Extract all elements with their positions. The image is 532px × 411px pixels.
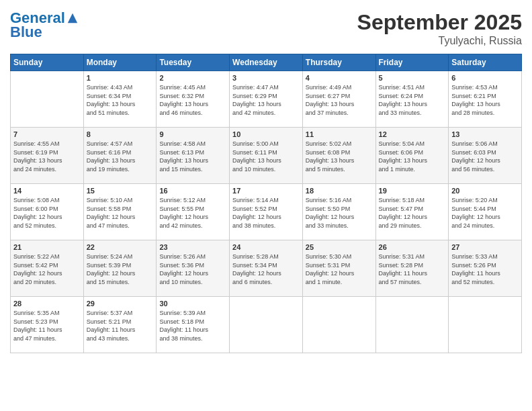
calendar-cell: 11Sunrise: 5:02 AM Sunset: 6:08 PM Dayli… (302, 128, 375, 184)
day-info: Sunrise: 4:45 AM Sunset: 6:32 PM Dayligh… (159, 83, 226, 117)
logo: General Blue (10, 10, 79, 41)
day-number: 10 (232, 130, 300, 138)
day-number: 21 (13, 243, 81, 251)
calendar-cell (449, 297, 522, 353)
calendar-cell: 6Sunrise: 4:53 AM Sunset: 6:21 PM Daylig… (449, 71, 522, 128)
calendar-cell: 7Sunrise: 4:55 AM Sunset: 6:19 PM Daylig… (11, 128, 84, 184)
header: General Blue September 2025 Tyulyachi, R… (10, 10, 522, 47)
calendar-cell: 29Sunrise: 5:37 AM Sunset: 5:21 PM Dayli… (83, 297, 157, 353)
day-number: 4 (306, 74, 373, 82)
calendar-cell: 18Sunrise: 5:16 AM Sunset: 5:50 PM Dayli… (302, 184, 375, 240)
day-info: Sunrise: 5:04 AM Sunset: 6:06 PM Dayligh… (379, 140, 446, 173)
calendar-cell: 5Sunrise: 4:51 AM Sunset: 6:24 PM Daylig… (375, 71, 449, 128)
day-number: 11 (306, 130, 373, 138)
day-info: Sunrise: 5:37 AM Sunset: 5:21 PM Dayligh… (87, 309, 154, 342)
day-info: Sunrise: 5:31 AM Sunset: 5:28 PM Dayligh… (379, 253, 446, 286)
day-number: 23 (159, 243, 226, 251)
calendar-cell: 19Sunrise: 5:18 AM Sunset: 5:47 PM Dayli… (375, 184, 449, 240)
weekday-header-wednesday: Wednesday (230, 54, 303, 71)
day-number: 6 (451, 74, 519, 82)
calendar-table: SundayMondayTuesdayWednesdayThursdayFrid… (10, 54, 522, 353)
calendar-cell: 1Sunrise: 4:43 AM Sunset: 6:34 PM Daylig… (83, 71, 157, 128)
calendar-cell: 8Sunrise: 4:57 AM Sunset: 6:16 PM Daylig… (83, 128, 157, 184)
day-number: 28 (13, 300, 81, 308)
day-info: Sunrise: 5:35 AM Sunset: 5:23 PM Dayligh… (13, 309, 81, 342)
day-info: Sunrise: 5:22 AM Sunset: 5:42 PM Dayligh… (13, 253, 81, 286)
day-number: 26 (379, 243, 446, 251)
day-number: 18 (306, 187, 373, 195)
day-info: Sunrise: 5:30 AM Sunset: 5:31 PM Dayligh… (306, 253, 373, 286)
day-number: 19 (379, 187, 446, 195)
day-number: 14 (13, 187, 81, 195)
day-info: Sunrise: 5:12 AM Sunset: 5:55 PM Dayligh… (159, 196, 226, 230)
day-info: Sunrise: 4:47 AM Sunset: 6:29 PM Dayligh… (232, 83, 300, 117)
day-number: 30 (159, 300, 226, 308)
day-number: 25 (306, 243, 373, 251)
day-info: Sunrise: 5:02 AM Sunset: 6:08 PM Dayligh… (306, 140, 373, 173)
day-info: Sunrise: 5:20 AM Sunset: 5:44 PM Dayligh… (451, 196, 519, 230)
weekday-header-thursday: Thursday (302, 54, 375, 71)
day-number: 22 (87, 243, 154, 251)
title-block: September 2025 Tyulyachi, Russia (357, 10, 522, 47)
day-number: 27 (451, 243, 519, 251)
day-number: 3 (232, 74, 300, 82)
day-info: Sunrise: 5:16 AM Sunset: 5:50 PM Dayligh… (306, 196, 373, 230)
calendar-cell: 28Sunrise: 5:35 AM Sunset: 5:23 PM Dayli… (11, 297, 84, 353)
calendar-cell: 21Sunrise: 5:22 AM Sunset: 5:42 PM Dayli… (11, 240, 84, 297)
calendar-cell: 24Sunrise: 5:28 AM Sunset: 5:34 PM Dayli… (230, 240, 303, 297)
day-number: 29 (87, 300, 154, 308)
day-info: Sunrise: 5:18 AM Sunset: 5:47 PM Dayligh… (379, 196, 446, 230)
day-number: 13 (451, 130, 519, 138)
calendar-cell: 25Sunrise: 5:30 AM Sunset: 5:31 PM Dayli… (302, 240, 375, 297)
logo-icon (66, 12, 79, 24)
day-number: 8 (87, 130, 154, 138)
day-number: 17 (232, 187, 300, 195)
location: Tyulyachi, Russia (357, 35, 522, 47)
calendar-cell (230, 297, 303, 353)
day-number: 12 (379, 130, 446, 138)
month-title: September 2025 (357, 10, 522, 35)
day-info: Sunrise: 4:51 AM Sunset: 6:24 PM Dayligh… (379, 83, 446, 117)
svg-marker-0 (68, 13, 77, 23)
weekday-header-tuesday: Tuesday (157, 54, 230, 71)
day-number: 20 (451, 187, 519, 195)
day-info: Sunrise: 5:28 AM Sunset: 5:34 PM Dayligh… (232, 253, 300, 286)
day-number: 15 (87, 187, 154, 195)
day-info: Sunrise: 5:14 AM Sunset: 5:52 PM Dayligh… (232, 196, 300, 230)
calendar-cell: 20Sunrise: 5:20 AM Sunset: 5:44 PM Dayli… (449, 184, 522, 240)
page: General Blue September 2025 Tyulyachi, R… (0, 0, 532, 411)
day-info: Sunrise: 5:26 AM Sunset: 5:36 PM Dayligh… (159, 253, 226, 286)
weekday-header-sunday: Sunday (11, 54, 84, 71)
day-info: Sunrise: 5:24 AM Sunset: 5:39 PM Dayligh… (87, 253, 154, 286)
calendar-cell: 9Sunrise: 4:58 AM Sunset: 6:13 PM Daylig… (157, 128, 230, 184)
calendar-cell: 4Sunrise: 4:49 AM Sunset: 6:27 PM Daylig… (302, 71, 375, 128)
calendar-cell: 27Sunrise: 5:33 AM Sunset: 5:26 PM Dayli… (449, 240, 522, 297)
calendar-cell: 3Sunrise: 4:47 AM Sunset: 6:29 PM Daylig… (230, 71, 303, 128)
day-info: Sunrise: 4:55 AM Sunset: 6:19 PM Dayligh… (13, 140, 81, 173)
day-info: Sunrise: 5:08 AM Sunset: 6:00 PM Dayligh… (13, 196, 81, 230)
day-number: 5 (379, 74, 446, 82)
calendar-cell: 2Sunrise: 4:45 AM Sunset: 6:32 PM Daylig… (157, 71, 230, 128)
weekday-header-friday: Friday (375, 54, 449, 71)
calendar-cell: 14Sunrise: 5:08 AM Sunset: 6:00 PM Dayli… (11, 184, 84, 240)
calendar-cell: 10Sunrise: 5:00 AM Sunset: 6:11 PM Dayli… (230, 128, 303, 184)
day-number: 24 (232, 243, 300, 251)
day-number: 16 (159, 187, 226, 195)
day-info: Sunrise: 4:58 AM Sunset: 6:13 PM Dayligh… (159, 140, 226, 173)
weekday-header-saturday: Saturday (449, 54, 522, 71)
calendar-cell: 23Sunrise: 5:26 AM Sunset: 5:36 PM Dayli… (157, 240, 230, 297)
calendar-cell: 22Sunrise: 5:24 AM Sunset: 5:39 PM Dayli… (83, 240, 157, 297)
calendar-cell (302, 297, 375, 353)
day-number: 7 (13, 130, 81, 138)
calendar-cell: 16Sunrise: 5:12 AM Sunset: 5:55 PM Dayli… (157, 184, 230, 240)
day-number: 9 (159, 130, 226, 138)
calendar-cell (375, 297, 449, 353)
day-info: Sunrise: 5:06 AM Sunset: 6:03 PM Dayligh… (451, 140, 519, 173)
day-number: 2 (159, 74, 226, 82)
day-info: Sunrise: 4:53 AM Sunset: 6:21 PM Dayligh… (451, 83, 519, 117)
day-number: 1 (87, 74, 154, 82)
calendar-cell: 30Sunrise: 5:39 AM Sunset: 5:18 PM Dayli… (157, 297, 230, 353)
day-info: Sunrise: 5:39 AM Sunset: 5:18 PM Dayligh… (159, 309, 226, 342)
day-info: Sunrise: 5:10 AM Sunset: 5:58 PM Dayligh… (87, 196, 154, 230)
calendar-cell (11, 71, 84, 128)
